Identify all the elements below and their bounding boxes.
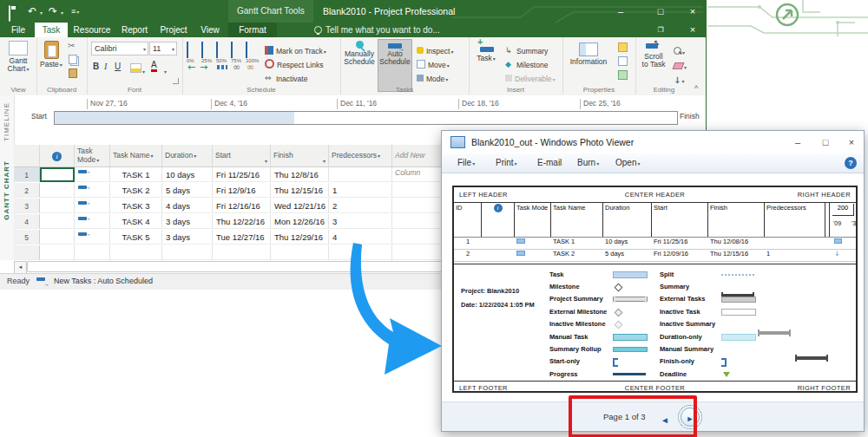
insert-deliverable-button[interactable]: Deliverable xyxy=(505,69,556,85)
percent-0-button[interactable]: 0% xyxy=(187,42,194,63)
add-to-timeline-icon[interactable] xyxy=(618,70,628,80)
header-finish[interactable]: Finish xyxy=(271,145,329,167)
close-button[interactable]: × xyxy=(681,0,704,23)
format-painter-icon[interactable] xyxy=(69,68,77,78)
task-mode-cell[interactable] xyxy=(75,230,110,245)
empty-cell[interactable] xyxy=(392,167,443,182)
outdent-task-icon[interactable]: ← xyxy=(187,62,195,73)
indent-task-icon[interactable]: → xyxy=(200,62,207,73)
menu-open[interactable]: Open xyxy=(615,153,640,173)
cut-icon[interactable]: ✂ xyxy=(68,41,75,50)
info-cell[interactable] xyxy=(40,199,75,213)
finish-cell[interactable]: Wed 12/21/16 xyxy=(271,199,329,213)
start-cell[interactable]: Tue 12/27/16 xyxy=(213,230,271,245)
menu-print[interactable]: Print xyxy=(496,153,517,173)
undo-icon[interactable] xyxy=(28,0,36,23)
task-name-cell[interactable]: TASK 4 xyxy=(110,214,162,229)
header-info[interactable]: i xyxy=(40,145,75,167)
predecessors-cell[interactable]: 1 xyxy=(329,183,392,198)
gantt-pane-strip[interactable]: GANTT CHART xyxy=(0,145,15,260)
tab-project[interactable]: Project xyxy=(155,23,193,37)
duration-cell[interactable]: 5 days xyxy=(162,183,213,198)
tab-resource[interactable]: Resource xyxy=(69,23,115,37)
predecessors-cell[interactable]: 3 xyxy=(329,214,392,229)
filter-dropdown-icon[interactable] xyxy=(150,151,154,160)
empty-cell[interactable] xyxy=(213,245,271,260)
finish-cell[interactable]: Thu 12/15/16 xyxy=(271,183,329,198)
tab-task[interactable]: Task xyxy=(35,23,68,37)
row-number[interactable]: 1 xyxy=(14,167,40,182)
percent-25-button[interactable]: 25% xyxy=(201,42,212,63)
header-duration[interactable]: Duration xyxy=(162,145,213,167)
tab-format[interactable]: Format xyxy=(228,23,277,37)
minimize-button[interactable]: – xyxy=(609,0,632,23)
task-mode-cell[interactable] xyxy=(75,199,110,213)
row-number[interactable]: 4 xyxy=(14,214,40,229)
split-task-icon[interactable] xyxy=(217,65,227,69)
empty-cell[interactable] xyxy=(392,199,443,213)
collapse-ribbon-icon[interactable] xyxy=(694,79,698,95)
font-size-combo[interactable]: 11 xyxy=(149,42,177,55)
undo-dropdown-icon[interactable] xyxy=(39,0,43,24)
empty-cell[interactable] xyxy=(392,214,443,229)
filter-dropdown-icon[interactable] xyxy=(95,155,99,164)
header-task-name[interactable]: Task Name xyxy=(110,145,162,167)
percent-100-button[interactable]: 100% xyxy=(246,42,259,63)
highlight-color-icon[interactable] xyxy=(130,63,141,73)
start-cell[interactable]: Fri 11/25/16 xyxy=(213,167,271,182)
finish-cell[interactable]: Thu 12/29/16 xyxy=(271,230,329,245)
filter-dropdown-icon[interactable] xyxy=(377,151,380,160)
predecessors-cell[interactable]: 2 xyxy=(329,199,392,213)
doc-close-icon[interactable]: × xyxy=(681,23,704,37)
notes-icon[interactable] xyxy=(618,42,628,52)
redo-icon[interactable] xyxy=(49,0,57,23)
row-number-empty[interactable] xyxy=(14,245,40,260)
row-number[interactable]: 5 xyxy=(14,230,40,245)
italic-button[interactable]: I xyxy=(104,62,107,71)
task-name-cell[interactable]: TASK 5 xyxy=(110,230,162,245)
info-cell[interactable] xyxy=(40,230,75,245)
menu-burn[interactable]: Burn xyxy=(577,153,599,173)
empty-cell[interactable] xyxy=(392,183,443,198)
find-button[interactable] xyxy=(674,42,685,58)
font-color-icon[interactable]: A xyxy=(151,60,157,72)
tell-me-box[interactable]: Tell me what you want to do... xyxy=(314,23,440,37)
task-mode-cell[interactable] xyxy=(75,183,110,198)
header-add-new-column[interactable]: Add New Column xyxy=(392,145,443,167)
task-mode-cell[interactable] xyxy=(75,214,110,229)
bold-button[interactable]: B xyxy=(93,62,99,71)
empty-cell[interactable] xyxy=(75,245,110,260)
duration-cell[interactable]: 10 days xyxy=(162,167,213,182)
maximize-button[interactable]: □ xyxy=(649,0,672,23)
duration-cell[interactable]: 3 days xyxy=(162,230,213,245)
new-tasks-mode[interactable]: New Tasks : Auto Scheduled xyxy=(54,277,153,285)
info-cell[interactable] xyxy=(40,214,75,229)
task-name-cell[interactable]: TASK 1 xyxy=(110,167,162,182)
duration-cell[interactable]: 3 days xyxy=(162,214,213,229)
timeline-pane-strip[interactable]: TIMELINE xyxy=(0,95,15,145)
quick-access-customize-icon[interactable]: ≡ xyxy=(71,0,79,23)
empty-cell[interactable] xyxy=(162,245,213,260)
finish-cell[interactable]: Thu 12/8/16 xyxy=(271,167,329,182)
header-task-mode[interactable]: Task Mode xyxy=(75,145,110,167)
doc-restore-icon[interactable]: ❐ xyxy=(649,23,672,37)
save-icon[interactable] xyxy=(9,5,10,22)
empty-cell[interactable] xyxy=(271,245,329,260)
font-dialog-launcher-icon[interactable] xyxy=(173,78,179,84)
copy-icon[interactable] xyxy=(69,55,77,64)
row-number[interactable]: 3 xyxy=(14,199,40,213)
tab-report[interactable]: Report xyxy=(116,23,153,37)
fill-button[interactable]: ↓ xyxy=(674,71,684,87)
manually-schedule-button[interactable]: Manually Schedule xyxy=(342,41,377,66)
font-color-dropdown-icon[interactable] xyxy=(163,62,167,77)
task-mode-cell[interactable] xyxy=(75,167,110,182)
link-tasks-icon[interactable]: ∞ xyxy=(233,62,240,73)
start-cell[interactable]: Fri 12/9/16 xyxy=(213,183,271,198)
menu-file[interactable]: File xyxy=(457,153,475,173)
gantt-chart-view-button[interactable]: Gantt Chart xyxy=(2,41,35,74)
unlink-tasks-icon[interactable]: ∞ xyxy=(247,62,254,73)
duration-cell[interactable]: 4 days xyxy=(162,199,213,213)
task-name-cell[interactable]: TASK 3 xyxy=(110,199,162,213)
tab-view[interactable]: View xyxy=(194,23,226,37)
redo-dropdown-icon[interactable] xyxy=(60,0,63,24)
